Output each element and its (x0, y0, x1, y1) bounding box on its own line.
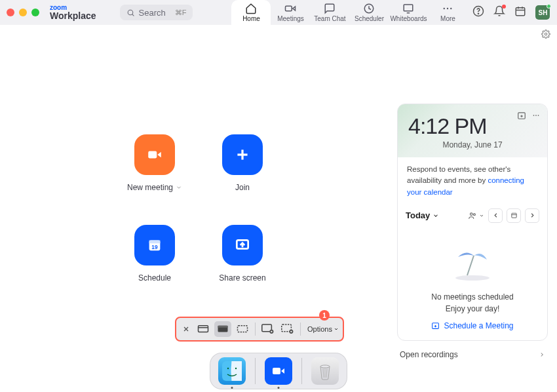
capture-window-button[interactable] (214, 321, 231, 337)
svg-point-17 (545, 33, 547, 35)
svg-rect-13 (516, 8, 526, 16)
running-indicator (231, 387, 233, 389)
svg-marker-4 (293, 7, 296, 10)
tab-meetings-label: Meetings (277, 15, 304, 22)
join-button[interactable] (222, 134, 263, 175)
more-icon (442, 3, 453, 14)
calendar-card: 4:12 PM Monday, June 17 Respond to event… (397, 104, 548, 341)
svg-point-34 (473, 214, 475, 216)
add-calendar-button[interactable] (517, 111, 526, 123)
topbar-right: SH (472, 5, 550, 20)
search-placeholder: Search (139, 8, 166, 18)
join-tile: Join (215, 134, 270, 192)
svg-point-12 (478, 13, 479, 14)
video-icon (146, 146, 163, 163)
svg-point-1 (128, 10, 133, 15)
profile-avatar[interactable]: SH (535, 5, 550, 20)
dock-divider (301, 358, 302, 384)
svg-rect-35 (511, 214, 516, 218)
svg-rect-18 (148, 151, 157, 159)
divider (300, 323, 301, 336)
svg-rect-44 (199, 326, 208, 332)
capture-selection-button[interactable] (234, 321, 251, 337)
screenshot-close-button[interactable] (180, 321, 192, 337)
record-screen-button[interactable] (259, 321, 277, 337)
settings-button[interactable] (541, 29, 550, 41)
people-icon (468, 211, 477, 220)
svg-point-60 (320, 365, 330, 368)
chevron-right-icon (529, 212, 536, 219)
svg-point-8 (444, 8, 445, 9)
svg-rect-3 (286, 6, 292, 11)
zoom-app-icon (270, 363, 287, 380)
tab-home[interactable]: Home (231, 0, 271, 25)
schedule-meeting-link[interactable]: Schedule a Meeting (431, 321, 513, 330)
open-recordings-row[interactable]: Open recordings (397, 350, 548, 359)
new-meeting-button[interactable] (134, 134, 175, 175)
svg-rect-6 (404, 5, 413, 11)
schedule-button[interactable]: 19 (134, 225, 175, 265)
schedule-meeting-label: Schedule a Meeting (444, 321, 513, 330)
calendar-toolbar: Today (398, 205, 547, 229)
help-button[interactable] (472, 5, 484, 20)
prev-day-button[interactable] (488, 208, 503, 223)
macos-dock (210, 353, 347, 389)
calendar-plus-icon (431, 321, 440, 330)
svg-point-33 (471, 213, 473, 216)
dock-finder[interactable] (218, 357, 246, 385)
new-meeting-label-row[interactable]: New meeting (127, 183, 182, 192)
home-icon (245, 3, 257, 14)
search-input[interactable]: Search ⌘F (120, 5, 193, 20)
chevron-down-icon (432, 212, 439, 219)
fullscreen-window-button[interactable] (31, 9, 39, 16)
svg-line-38 (467, 256, 474, 275)
chevron-right-icon (539, 351, 545, 358)
tab-whiteboards-label: Whiteboards (390, 15, 427, 22)
minimize-window-button[interactable] (19, 9, 27, 16)
trash-icon (317, 361, 333, 381)
screenshot-toolbar: 1 Options (175, 317, 344, 342)
svg-point-51 (271, 331, 272, 332)
logo-workplace-text: Workplace (50, 11, 96, 20)
new-meeting-label: New meeting (127, 183, 173, 192)
empty-line2: Enjoy your day! (407, 303, 538, 315)
svg-rect-58 (273, 368, 280, 374)
svg-point-10 (451, 8, 452, 9)
tab-team-chat[interactable]: Team Chat (310, 0, 349, 25)
tab-scheduler[interactable]: Scheduler (349, 0, 389, 25)
calendar-button[interactable] (514, 5, 526, 20)
card-more-button[interactable] (531, 111, 541, 123)
calendar-plus-icon (517, 111, 526, 120)
screenshot-count-badge: 1 (319, 310, 330, 321)
people-filter-button[interactable] (468, 211, 484, 220)
svg-text:19: 19 (151, 244, 158, 250)
clock-header: 4:12 PM Monday, June 17 (398, 104, 547, 157)
next-day-button[interactable] (525, 208, 539, 223)
schedule-label: Schedule (138, 273, 171, 283)
share-screen-button[interactable] (222, 225, 263, 265)
record-selection-button[interactable] (279, 321, 296, 337)
video-icon (284, 3, 296, 14)
tab-more[interactable]: More (428, 0, 467, 25)
right-panel: 4:12 PM Monday, June 17 Respond to event… (397, 104, 548, 392)
svg-rect-48 (238, 326, 248, 332)
dock-trash[interactable] (311, 357, 339, 385)
open-calendar-button[interactable] (507, 208, 521, 223)
close-icon (182, 325, 190, 333)
svg-point-56 (227, 368, 229, 369)
clock-date: Monday, June 17 (408, 140, 537, 149)
svg-point-37 (455, 275, 490, 281)
empty-line1: No meetings scheduled (407, 291, 538, 303)
tab-whiteboards[interactable]: Whiteboards (389, 0, 428, 25)
svg-marker-19 (157, 152, 161, 158)
today-dropdown[interactable]: Today (406, 210, 439, 220)
schedule-tile: 19 Schedule (127, 225, 182, 283)
notifications-button[interactable] (493, 5, 505, 20)
capture-screen-button[interactable] (195, 321, 212, 337)
screenshot-options-button[interactable]: Options (307, 325, 339, 333)
close-window-button[interactable] (7, 9, 14, 16)
running-indicator (278, 387, 280, 389)
tab-meetings[interactable]: Meetings (271, 0, 310, 25)
dock-zoom[interactable] (265, 357, 292, 385)
help-icon (472, 5, 484, 17)
